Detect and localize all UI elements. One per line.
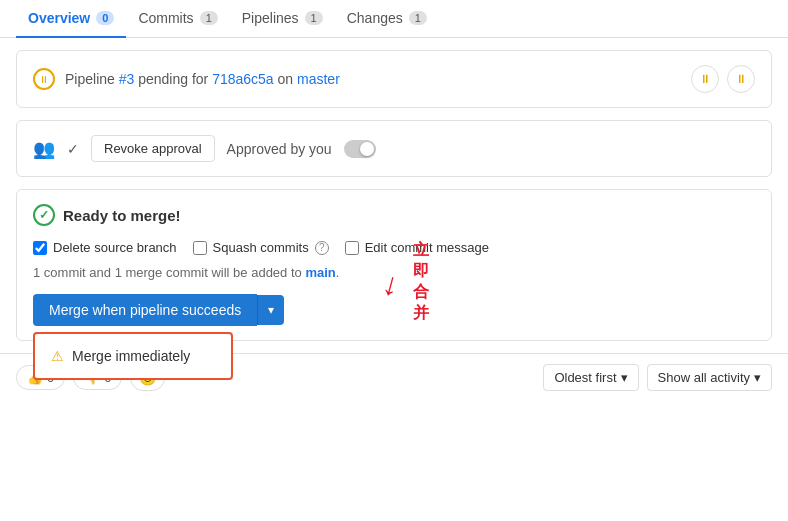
sort-dropdown[interactable]: Oldest first ▾ [543,364,638,391]
tab-changes-badge: 1 [409,11,427,25]
pipeline-stop-btn[interactable]: ⏸ [727,65,755,93]
ready-to-merge-header: ✓ Ready to merge! [33,204,755,226]
check-circle-icon: ✓ [33,204,55,226]
delete-branch-label: Delete source branch [53,240,177,255]
show-activity-label: Show all activity [658,370,750,385]
chevron-down-icon: ▾ [268,303,274,317]
tab-pipelines[interactable]: Pipelines 1 [230,0,335,38]
footer-right: Oldest first ▾ Show all activity ▾ [543,364,772,391]
pipeline-section: ⏸ Pipeline #3 pending for 718a6c5a on ma… [16,50,772,108]
tab-overview[interactable]: Overview 0 [16,0,126,38]
delete-branch-checkbox[interactable] [33,241,47,255]
pipeline-pause-btn[interactable]: ⏸ [691,65,719,93]
merge-when-pipeline-button[interactable]: Merge when pipeline succeeds [33,294,257,326]
pipeline-branch-link[interactable]: master [297,71,340,87]
tab-overview-badge: 0 [96,11,114,25]
branch-link[interactable]: main [305,265,335,280]
merge-dropdown-menu: ⚠ Merge immediately [33,332,233,380]
merge-options-row: Delete source branch Squash commits ? Ed… [33,240,755,255]
merge-immediately-label: Merge immediately [72,348,190,364]
squash-help-icon[interactable]: ? [315,241,329,255]
pipeline-actions: ⏸ ⏸ [691,65,755,93]
tab-pipelines-badge: 1 [305,11,323,25]
warning-icon: ⚠ [51,348,64,364]
pipeline-text: Pipeline #3 pending for 718a6c5a on mast… [65,71,340,87]
pipeline-info: ⏸ Pipeline #3 pending for 718a6c5a on ma… [33,68,340,90]
merge-section: ✓ Ready to merge! Delete source branch S… [16,189,772,341]
commit-info-text: 1 commit and 1 merge commit will be adde… [33,265,755,280]
approval-users-icon: 👥 [33,138,55,160]
tab-pipelines-label: Pipelines [242,10,299,26]
activity-chevron-icon: ▾ [754,370,761,385]
squash-commits-checkbox[interactable] [193,241,207,255]
tab-commits-badge: 1 [200,11,218,25]
merge-immediately-item[interactable]: ⚠ Merge immediately [35,338,231,374]
edit-message-label: Edit commit message [365,240,489,255]
activity-dropdown[interactable]: Show all activity ▾ [647,364,772,391]
edit-message-checkbox[interactable] [345,241,359,255]
approval-toggle[interactable] [344,140,376,158]
revoke-approval-button[interactable]: Revoke approval [91,135,215,162]
tab-commits-label: Commits [138,10,193,26]
pipeline-pause-icon: ⏸ [33,68,55,90]
delete-branch-checkbox-label[interactable]: Delete source branch [33,240,177,255]
tabs-nav: Overview 0 Commits 1 Pipelines 1 Changes… [0,0,788,38]
merge-btn-group: Merge when pipeline succeeds ▾ [33,294,755,326]
approved-by-text: Approved by you [227,141,332,157]
squash-commits-checkbox-label[interactable]: Squash commits ? [193,240,329,255]
ready-label: Ready to merge! [63,207,181,224]
pipeline-number-link[interactable]: #3 [119,71,135,87]
squash-commits-label: Squash commits [213,240,309,255]
sort-chevron-icon: ▾ [621,370,628,385]
merge-dropdown-arrow-button[interactable]: ▾ [257,295,284,325]
merge-btn-container: Merge when pipeline succeeds ▾ ⚠ Merge i… [33,294,755,326]
tab-overview-label: Overview [28,10,90,26]
pipeline-commit-link[interactable]: 718a6c5a [212,71,274,87]
oldest-first-label: Oldest first [554,370,616,385]
edit-message-checkbox-label[interactable]: Edit commit message [345,240,489,255]
tab-commits[interactable]: Commits 1 [126,0,229,38]
tab-changes-label: Changes [347,10,403,26]
tab-changes[interactable]: Changes 1 [335,0,439,38]
approval-section: 👥 ✓ Revoke approval Approved by you [16,120,772,177]
